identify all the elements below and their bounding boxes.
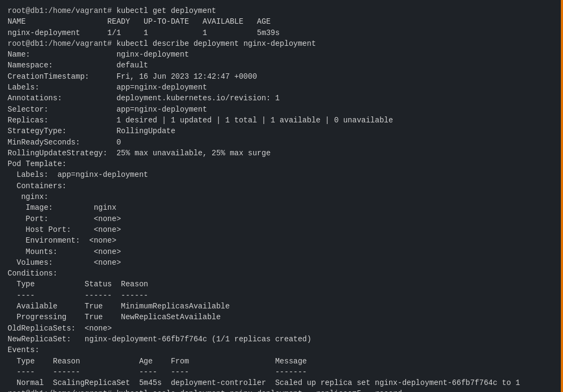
- terminal-output-line: Containers:: [8, 181, 555, 191]
- terminal-output-line: Progressing True NewReplicaSetAvailable: [8, 312, 555, 322]
- terminal-prompt-line: root@db1:/home/vagrant# kubectl get depl…: [8, 5, 555, 16]
- terminal-output-line: Type Reason Age From Message: [8, 356, 555, 367]
- terminal: root@db1:/home/vagrant# kubectl get depl…: [8, 5, 555, 392]
- terminal-output-line: Name: nginx-deployment: [8, 49, 555, 60]
- terminal-output-line: nginx-deployment 1/1 1 1 5m39s: [8, 27, 555, 38]
- terminal-output-line: Conditions:: [8, 268, 555, 279]
- terminal-output-line: OldReplicaSets: <none>: [8, 323, 555, 334]
- terminal-prompt-line: root@db1:/home/vagrant# kubectl describe…: [8, 38, 555, 49]
- terminal-output-line: NewReplicaSet: nginx-deployment-66fb7f76…: [8, 334, 555, 345]
- terminal-output-line: NAME READY UP-TO-DATE AVAILABLE AGE: [8, 16, 555, 27]
- terminal-output-line: ---- ------ ---- ---- -------: [8, 367, 555, 377]
- terminal-output-line: Image: nginx: [8, 202, 555, 213]
- terminal-output-line: Environment: <none>: [8, 235, 555, 246]
- terminal-output-line: RollingUpdateStrategy: 25% max unavailab…: [8, 148, 555, 159]
- terminal-output-line: Namespace: default: [8, 60, 555, 71]
- terminal-output-line: ---- ------ ------: [8, 290, 555, 301]
- terminal-output-line: MinReadySeconds: 0: [8, 137, 555, 148]
- terminal-output-line: Pod Template:: [8, 159, 555, 169]
- terminal-output-line: Port: <none>: [8, 214, 555, 224]
- terminal-output-line: Normal ScalingReplicaSet 5m45s deploymen…: [8, 377, 555, 388]
- terminal-output-line: Selector: app=nginx-deployment: [8, 104, 555, 115]
- terminal-output-line: Labels: app=nginx-deployment: [8, 169, 555, 180]
- terminal-output-line: Annotations: deployment.kubernetes.io/re…: [8, 93, 555, 104]
- terminal-output-line: Events:: [8, 345, 555, 355]
- terminal-output-line: Replicas: 1 desired | 1 updated | 1 tota…: [8, 115, 555, 126]
- terminal-output-line: Volumes: <none>: [8, 257, 555, 268]
- scrollbar-indicator: [561, 0, 563, 392]
- terminal-output-line: Host Port: <none>: [8, 224, 555, 235]
- terminal-output-line: Type Status Reason: [8, 279, 555, 290]
- terminal-output-line: Labels: app=nginx-deployment: [8, 82, 555, 93]
- terminal-output-line: Available True MinimumReplicasAvailable: [8, 301, 555, 312]
- terminal-prompt-line: root@db1:/home/vagrant# kubectl scale de…: [8, 388, 555, 392]
- terminal-output-line: CreationTimestamp: Fri, 16 Jun 2023 12:4…: [8, 71, 555, 82]
- terminal-output-line: Mounts: <none>: [8, 246, 555, 257]
- terminal-output-line: StrategyType: RollingUpdate: [8, 126, 555, 136]
- terminal-output-line: nginx:: [8, 191, 555, 202]
